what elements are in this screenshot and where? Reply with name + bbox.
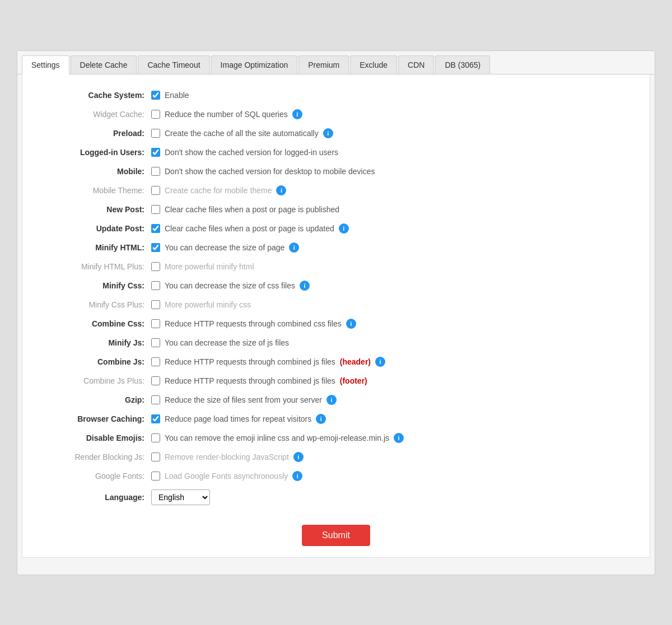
desc-minify-html: You can decrease the size of page xyxy=(165,243,284,252)
control-widget-cache: Reduce the number of SQL queriesi xyxy=(151,109,633,119)
row-gzip: Gzip:Reduce the size of files sent from … xyxy=(39,390,633,409)
label-combine-js-plus: Combine Js Plus: xyxy=(39,376,151,385)
row-minify-css-plus: Minify Css Plus:More powerful minify css xyxy=(39,295,633,314)
label-browser-caching: Browser Caching: xyxy=(39,414,151,423)
info-icon-mobile-theme[interactable]: i xyxy=(276,185,286,195)
label-google-fonts: Google Fonts: xyxy=(39,472,151,481)
label-update-post: Update Post: xyxy=(39,224,151,233)
row-combine-js-plus: Combine Js Plus:Reduce HTTP requests thr… xyxy=(39,371,633,390)
checkbox-new-post[interactable] xyxy=(151,205,160,214)
tab-exclude[interactable]: Exclude xyxy=(350,55,397,74)
info-icon-update-post[interactable]: i xyxy=(339,223,349,234)
checkbox-disable-emojis[interactable] xyxy=(151,433,160,442)
info-icon-browser-caching[interactable]: i xyxy=(316,414,326,424)
checkbox-minify-js[interactable] xyxy=(151,338,160,347)
control-update-post: Clear cache files when a post or page is… xyxy=(151,223,633,234)
control-render-blocking-js: Remove render-blocking JavaScripti xyxy=(151,452,633,462)
checkbox-mobile[interactable] xyxy=(151,167,160,176)
desc-combine-js: Reduce HTTP requests through combined js… xyxy=(165,357,335,366)
info-icon-minify-css[interactable]: i xyxy=(300,281,310,291)
label-minify-css-plus: Minify Css Plus: xyxy=(39,300,151,309)
tab-delete-cache[interactable]: Delete Cache xyxy=(71,55,137,74)
label-widget-cache: Widget Cache: xyxy=(39,110,151,119)
tab-db[interactable]: DB (3065) xyxy=(435,55,490,74)
info-icon-render-blocking-js[interactable]: i xyxy=(293,452,304,462)
label-minify-html-plus: Minify HTML Plus: xyxy=(39,262,151,271)
row-minify-html-plus: Minify HTML Plus:More powerful minify ht… xyxy=(39,257,633,276)
row-update-post: Update Post:Clear cache files when a pos… xyxy=(39,219,633,238)
desc-update-post: Clear cache files when a post or page is… xyxy=(165,224,334,233)
settings-content: Cache System:EnableWidget Cache:Reduce t… xyxy=(22,74,650,558)
control-logged-in-users: Don't show the cached version for logged… xyxy=(151,148,633,157)
control-preload: Create the cache of all the site automat… xyxy=(151,128,633,138)
checkbox-gzip[interactable] xyxy=(151,395,160,404)
checkbox-google-fonts[interactable] xyxy=(151,472,160,481)
desc-combine-css: Reduce HTTP requests through combined cs… xyxy=(165,319,342,328)
desc-browser-caching: Reduce page load times for repeat visito… xyxy=(165,414,311,423)
checkbox-combine-css[interactable] xyxy=(151,319,160,328)
desc-render-blocking-js: Remove render-blocking JavaScript xyxy=(165,453,289,461)
control-combine-css: Reduce HTTP requests through combined cs… xyxy=(151,319,633,329)
info-icon-google-fonts[interactable]: i xyxy=(292,471,302,481)
tab-premium[interactable]: Premium xyxy=(298,55,349,74)
tab-cache-timeout[interactable]: Cache Timeout xyxy=(138,55,209,74)
control-combine-js-plus: Reduce HTTP requests through combined js… xyxy=(151,376,633,385)
checkbox-update-post[interactable] xyxy=(151,224,160,233)
checkbox-preload[interactable] xyxy=(151,129,160,138)
row-google-fonts: Google Fonts:Load Google Fonts asynchron… xyxy=(39,467,633,486)
checkbox-widget-cache[interactable] xyxy=(151,110,160,119)
info-icon-widget-cache[interactable]: i xyxy=(292,109,302,119)
row-cache-system: Cache System:Enable xyxy=(39,86,633,105)
desc-mobile: Don't show the cached version for deskto… xyxy=(165,167,375,176)
control-mobile: Don't show the cached version for deskto… xyxy=(151,167,633,176)
tab-bar: SettingsDelete CacheCache TimeoutImage O… xyxy=(17,51,655,74)
row-preload: Preload:Create the cache of all the site… xyxy=(39,124,633,143)
info-icon-minify-html[interactable]: i xyxy=(289,242,299,253)
label-combine-js: Combine Js: xyxy=(39,357,151,366)
row-render-blocking-js: Render Blocking Js:Remove render-blockin… xyxy=(39,447,633,467)
label-cache-system: Cache System: xyxy=(39,91,151,100)
info-icon-combine-css[interactable]: i xyxy=(346,319,356,329)
checkbox-combine-js[interactable] xyxy=(151,357,160,366)
control-google-fonts: Load Google Fonts asynchronouslyi xyxy=(151,471,633,481)
language-control: EnglishFrenchGermanSpanishItalian xyxy=(151,489,633,505)
row-disable-emojis: Disable Emojis:You can remove the emoji … xyxy=(39,428,633,447)
row-minify-js: Minify Js:You can decrease the size of j… xyxy=(39,333,633,352)
checkbox-minify-css[interactable] xyxy=(151,281,160,290)
row-combine-css: Combine Css:Reduce HTTP requests through… xyxy=(39,314,633,333)
tab-settings[interactable]: Settings xyxy=(22,55,69,74)
checkbox-mobile-theme[interactable] xyxy=(151,186,160,195)
checkbox-minify-html[interactable] xyxy=(151,243,160,252)
row-mobile: Mobile:Don't show the cached version for… xyxy=(39,162,633,181)
checkbox-cache-system[interactable] xyxy=(151,91,160,100)
label-minify-html: Minify HTML: xyxy=(39,243,151,252)
info-icon-combine-js[interactable]: i xyxy=(375,357,385,367)
checkbox-minify-html-plus[interactable] xyxy=(151,262,160,271)
desc-minify-css: You can decrease the size of css files xyxy=(165,281,295,290)
desc-logged-in-users: Don't show the cached version for logged… xyxy=(165,148,338,157)
checkbox-browser-caching[interactable] xyxy=(151,414,160,423)
checkbox-combine-js-plus[interactable] xyxy=(151,376,160,385)
language-row: Language: EnglishFrenchGermanSpanishItal… xyxy=(39,486,633,509)
desc-minify-html-plus: More powerful minify html xyxy=(165,262,254,271)
checkbox-render-blocking-js[interactable] xyxy=(151,453,160,461)
label-disable-emojis: Disable Emojis: xyxy=(39,433,151,442)
language-select[interactable]: EnglishFrenchGermanSpanishItalian xyxy=(151,489,210,505)
desc-minify-js: You can decrease the size of js files xyxy=(165,338,289,347)
tab-image-optimization[interactable]: Image Optimization xyxy=(211,55,298,74)
tab-cdn[interactable]: CDN xyxy=(398,55,434,74)
desc-combine-js-plus: Reduce HTTP requests through combined js… xyxy=(165,376,335,385)
submit-button[interactable]: Submit xyxy=(302,525,370,546)
control-minify-js: You can decrease the size of js files xyxy=(151,338,633,347)
control-mobile-theme: Create cache for mobile themei xyxy=(151,185,633,195)
desc-mobile-theme: Create cache for mobile theme xyxy=(165,186,272,195)
checkbox-logged-in-users[interactable] xyxy=(151,148,160,157)
checkbox-minify-css-plus[interactable] xyxy=(151,300,160,309)
label-new-post: New Post: xyxy=(39,205,151,214)
label-gzip: Gzip: xyxy=(39,395,151,404)
info-icon-gzip[interactable]: i xyxy=(326,395,337,405)
info-icon-disable-emojis[interactable]: i xyxy=(394,433,404,443)
extra-combine-js: (header) xyxy=(340,357,371,366)
control-new-post: Clear cache files when a post or page is… xyxy=(151,205,633,214)
info-icon-preload[interactable]: i xyxy=(323,128,333,138)
